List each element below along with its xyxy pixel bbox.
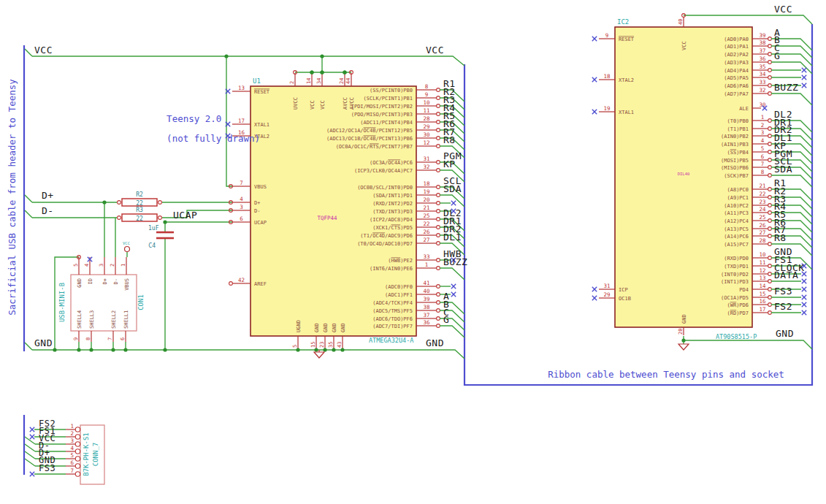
net-label-G[interactable]: G xyxy=(443,314,449,325)
net-label-D+[interactable]: D+ xyxy=(42,190,54,201)
no-connect-icon xyxy=(802,83,806,88)
junction-dot xyxy=(111,348,115,351)
pin-number: 1 xyxy=(425,261,429,268)
conn7-header[interactable]: B7K-PH-K-S1CONN_71FS22FS13VCC4D-5D+6GND7… xyxy=(30,419,104,484)
pin-name: ALE xyxy=(739,106,749,112)
pin-name: (INT1)PD3 xyxy=(721,279,749,285)
pin-number: 3 xyxy=(70,438,74,444)
net-label-UCAP[interactable]: UCAP xyxy=(173,210,197,221)
net-label-GND[interactable]: GND xyxy=(426,337,444,348)
component-ref: R3 xyxy=(136,207,143,213)
pin-number: 19 xyxy=(603,105,610,112)
net-label-GND[interactable]: GND xyxy=(776,328,794,339)
no-connect-icon xyxy=(592,77,597,82)
pin-number: 2 xyxy=(761,122,765,129)
ic2-chip[interactable]: IC2AT90S8515-PDIL409RESET18XTAL219XTAL13… xyxy=(592,17,812,340)
resistor-r2[interactable]: R222 xyxy=(122,191,157,207)
pin-number: 40 xyxy=(678,19,684,25)
pin-name: RESET xyxy=(619,37,635,42)
component-ref[interactable]: IC2 xyxy=(617,18,629,26)
pin-name: (A9)PC1 xyxy=(727,195,749,201)
u1-chip[interactable]: U1ATMEGA32U4-ATQFP4413RESET17XTAL116XTAL… xyxy=(226,70,468,348)
component-value: USB-MINI-B xyxy=(58,283,66,322)
pin-name: (ADC6/TDO)PF6 xyxy=(372,316,413,322)
pin-name: (T0)PB0 xyxy=(727,118,749,124)
pin-name: VCC xyxy=(310,100,316,110)
pin-number: 18 xyxy=(423,180,430,187)
net-label-SDA[interactable]: SDA xyxy=(774,164,792,175)
net-label-DATA[interactable]: DATA xyxy=(774,270,798,280)
pin-end-circle xyxy=(437,234,440,237)
pin-name: (AD0)PA0 xyxy=(724,37,749,42)
pin-end-circle xyxy=(437,301,440,305)
capacitor-c4[interactable]: 1uFC4 xyxy=(148,225,174,249)
junction-dot xyxy=(323,348,326,351)
component-ref[interactable]: CONN_7 xyxy=(92,443,99,467)
pin-end-circle xyxy=(768,37,772,41)
net-label-BUZZ[interactable]: BUZZ xyxy=(443,256,467,267)
pin-number: 13 xyxy=(759,275,765,281)
no-connect-icon xyxy=(802,68,806,72)
net-label-VCC[interactable]: VCC xyxy=(774,4,792,15)
pin-end-circle xyxy=(768,288,772,291)
net-label-BUZZ[interactable]: BUZZ xyxy=(774,82,798,93)
net-label-R8[interactable]: R8 xyxy=(774,232,787,243)
component-ref[interactable]: U1 xyxy=(253,77,261,85)
pin-name: VBUS xyxy=(254,184,267,190)
pin-name: (T1/OC4D/ADC9)PD6 xyxy=(360,233,413,239)
net-label-SDA[interactable]: SDA xyxy=(443,183,462,194)
pin-number: 12 xyxy=(423,140,429,146)
junction-dot xyxy=(310,70,313,74)
pin-name: UVCC xyxy=(293,97,299,110)
wire xyxy=(440,326,464,337)
net-label-FS3[interactable]: FS3 xyxy=(774,286,792,297)
pin-number: 10 xyxy=(423,99,430,106)
pin-name: D+ xyxy=(102,278,108,284)
net-label-GND[interactable]: GND xyxy=(34,337,53,348)
pin-name: VCC xyxy=(320,100,326,110)
pin-end-circle xyxy=(75,442,80,446)
pin-name: VCC xyxy=(681,41,687,50)
teensy-note: Teensy 2.0 (not fully drawn) xyxy=(145,104,260,153)
pin-number: 7 xyxy=(240,180,243,186)
pin-end-circle xyxy=(768,196,772,199)
pin-number: 13 xyxy=(238,85,245,91)
pin-name: (OC0B/SCL/INT0)PD0 xyxy=(357,185,413,191)
net-label-G[interactable]: G xyxy=(774,50,780,61)
net-label-VCC[interactable]: VCC xyxy=(34,45,53,56)
pin-end-circle xyxy=(437,121,440,124)
pin-name: (A11)PC3 xyxy=(724,210,749,216)
pin-name: (AD4)PA4 xyxy=(724,68,749,74)
pin-number: 6 xyxy=(761,153,765,160)
component-ref[interactable]: CON1 xyxy=(137,294,145,310)
pin-name: GND xyxy=(314,323,320,332)
resistor-r3[interactable]: R322 xyxy=(122,207,157,222)
pin-number: 25 xyxy=(423,213,429,219)
pin-name: (AD2)PA2 xyxy=(724,52,749,58)
pin-name: OC1B xyxy=(619,296,631,302)
net-label-FS2[interactable]: FS2 xyxy=(774,301,792,312)
pin-number: 39 xyxy=(423,296,429,302)
pin-name: (XCK1/CTS)PD5 xyxy=(372,225,413,231)
component-footprint: DIL40 xyxy=(678,172,690,176)
pin-end-circle xyxy=(437,285,440,289)
net-label-KP[interactable]: KP xyxy=(443,159,456,169)
pin-end-circle xyxy=(768,159,772,162)
junction-dot xyxy=(102,200,106,204)
net-label-DL1[interactable]: DL1 xyxy=(443,232,462,243)
net-label-FS3[interactable]: FS3 xyxy=(39,463,56,473)
pin-number: 10 xyxy=(759,251,766,258)
pin-number: 26 xyxy=(423,229,430,235)
con1-usb-connector[interactable]: USB-MINI-BCON15GND4ID3D+2D-1VBUS9SHELL48… xyxy=(58,257,145,350)
net-label-VCC[interactable]: VCC xyxy=(426,45,444,56)
ground-symbol xyxy=(314,352,324,358)
pin-name: (OC1A)PD5 xyxy=(721,295,749,301)
net-label-D-[interactable]: D- xyxy=(42,205,54,216)
pin-end-circle xyxy=(768,127,772,131)
pin-number: 31 xyxy=(423,156,429,162)
pin-number: 5 xyxy=(73,264,79,267)
pin-name: RESET xyxy=(254,89,270,95)
vcc-symbol-text: VCC xyxy=(123,241,130,245)
net-label-R8[interactable]: R8 xyxy=(443,134,456,145)
pin-name: (SCK)PB7 xyxy=(724,173,749,179)
